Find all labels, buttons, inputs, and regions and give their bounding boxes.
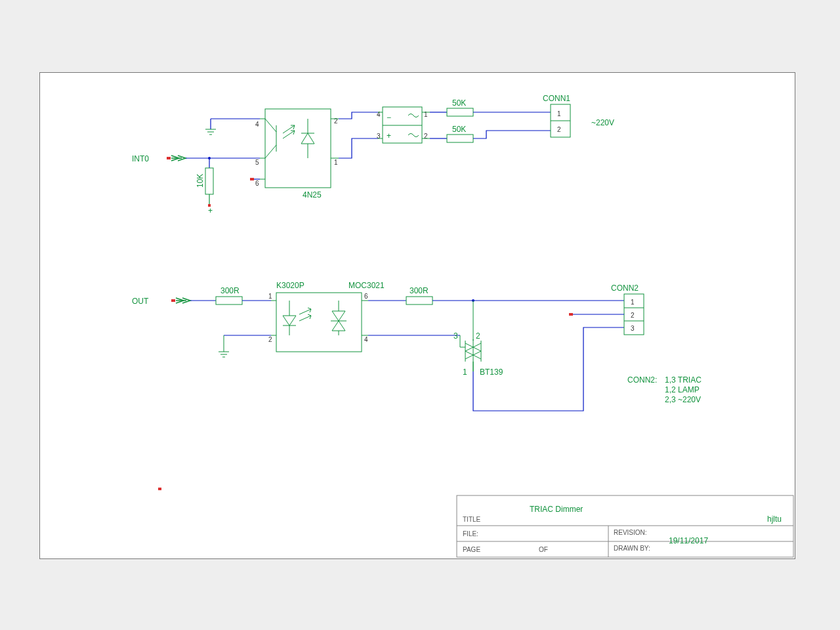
plus-label: + [208,206,213,215]
label-moc3021: MOC3021 [348,281,385,290]
resistor-300r-b [406,297,432,304]
label-300r-b: 300R [410,286,429,295]
terminal-out [171,299,175,302]
net-int0: INT0 [132,154,149,163]
schematic-svg: INT0 10K + 4N25 4 5 6 2 1 4 3 1 2 − + 50… [40,73,795,558]
label-bt139: BT139 [480,368,503,377]
conn1-pin2: 2 [557,126,561,133]
wire [339,138,378,158]
moc-pin4: 4 [364,336,368,343]
gnd-icon [219,352,229,357]
title-label: TITLE [463,516,481,523]
conn2-pin2: 2 [631,312,635,319]
conn2-pin3: 3 [631,325,635,332]
pin-6: 6 [255,180,259,187]
page: INT0 10K + 4N25 4 5 6 2 1 4 3 1 2 − + 50… [0,0,840,630]
ic-4n25 [265,109,331,188]
bt-pin3: 3 [453,331,458,341]
rev-label: REVISION: [614,529,647,536]
plus-icon: + [387,131,391,140]
resistor-50k-a [447,108,473,116]
pins [331,119,339,158]
pin-5: 5 [255,159,259,166]
author: hjltu [767,514,782,524]
label-300r-a: 300R [220,286,240,295]
pin-1: 1 [334,159,338,166]
label-4n25: 4N25 [303,190,322,200]
terminal [158,488,161,490]
gnd-icon [205,129,216,135]
resistor-10k [205,168,213,194]
label-220v: ~220V [591,118,614,127]
annot-line1: 1,3 TRIAC [665,375,702,385]
pins [260,119,265,179]
conn2-pin1: 1 [631,299,635,306]
date: 19/11/2017 [669,536,708,545]
annot-conn2: CONN2: [627,375,657,385]
net-out: OUT [132,297,149,306]
resistor-50k-b [447,135,473,142]
annot-line2: 1,2 LAMP [665,385,700,394]
label-conn2: CONN2 [611,284,639,293]
title-block: TITLE TRIAC Dimmer hjltu FILE: PAGE OF R… [457,495,793,557]
annot-line3: 2,3 ~220V [665,395,701,404]
label-50k-b: 50K [452,125,466,134]
file-label: FILE: [463,530,478,537]
terminal [250,178,254,180]
resistor-300r-a [216,297,242,304]
moc-pin2: 2 [268,336,272,343]
label-50k-a: 50K [452,98,466,108]
label-k3020p: K3020P [276,281,304,290]
conn1-pin1: 1 [557,110,561,117]
wire [339,112,378,119]
junction [208,157,211,159]
pin-4: 4 [255,121,259,128]
minus-icon: − [387,113,391,122]
label-10k: 10K [196,174,205,188]
arrow-out [176,298,190,303]
title-text: TRIAC Dimmer [530,505,583,514]
page-label: PAGE [463,546,480,553]
label-conn1: CONN1 [543,94,570,103]
arrow-int0 [171,156,186,161]
bt-pin1: 1 [463,368,467,377]
drawn-label: DRAWN BY: [614,545,650,552]
terminal-int0 [167,157,171,159]
moc-pin1: 1 [268,293,272,300]
moc-pin6: 6 [364,293,368,300]
schematic-sheet: INT0 10K + 4N25 4 5 6 2 1 4 3 1 2 − + 50… [39,72,795,559]
wire [473,131,551,138]
terminal [569,313,573,316]
bt-pin2: 2 [476,331,480,341]
of-label: OF [539,546,548,553]
